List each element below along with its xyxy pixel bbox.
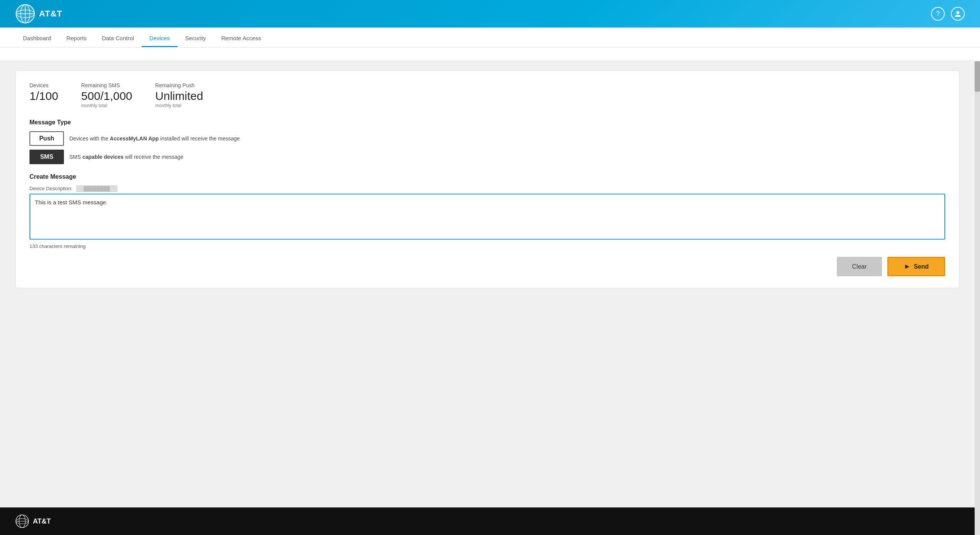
main-card: Devices 1/100 Remaining SMS 500/1,000 mo… (15, 70, 959, 288)
send-label: Send (914, 263, 929, 270)
clear-button[interactable]: Clear (837, 257, 882, 276)
stat-push-sub: monthly total (155, 103, 203, 108)
svg-point-6 (956, 11, 959, 14)
footer-logo: AT&T (15, 514, 51, 528)
device-description-label: Device Description: ████████ (29, 186, 945, 191)
push-option: Push Devices with the AccessMyLAN App in… (29, 131, 945, 146)
push-button[interactable]: Push (29, 131, 64, 146)
stat-push-value: Unlimited (155, 89, 203, 103)
user-icon (954, 10, 962, 18)
push-description: Devices with the AccessMyLAN App install… (69, 135, 240, 142)
create-message-title: Create Message (29, 173, 945, 180)
main-content: Devices 1/100 Remaining SMS 500/1,000 mo… (0, 61, 975, 507)
user-button[interactable] (951, 7, 965, 21)
action-row: Clear ► Send (29, 257, 945, 276)
stat-sms-sub: monthly total (81, 103, 132, 108)
stat-sms: Remaining SMS 500/1,000 monthly total (81, 82, 132, 108)
stat-devices-label: Devices (29, 82, 58, 88)
sms-option: SMS SMS capable devices will receive the… (29, 150, 945, 164)
navigation: Dashboard Reports Data Control Devices S… (0, 28, 980, 47)
nav-item-remote-access[interactable]: Remote Access (214, 30, 269, 47)
sms-description: SMS capable devices will receive the mes… (69, 154, 183, 160)
stat-sms-value: 500/1,000 (81, 89, 132, 103)
stat-devices: Devices 1/100 (29, 82, 58, 108)
message-textarea[interactable] (29, 194, 945, 240)
logo-area: AT&T (15, 4, 62, 24)
stat-devices-value: 1/100 (29, 89, 58, 103)
nav-item-dashboard[interactable]: Dashboard (15, 30, 59, 47)
nav-item-devices[interactable]: Devices (142, 30, 177, 47)
scrollbar-thumb[interactable] (975, 61, 980, 92)
subnav-bar (0, 47, 980, 61)
nav-item-security[interactable]: Security (178, 30, 214, 47)
att-globe-icon (15, 4, 35, 24)
field-label-text: Device Description: (29, 186, 72, 191)
create-message-section: Create Message Device Description: █████… (29, 173, 945, 249)
header: AT&T ? (0, 0, 980, 28)
stat-push-label: Remaining Push (155, 82, 203, 88)
char-remaining: 133 characters remaining (29, 243, 945, 249)
message-type-title: Message Type (29, 119, 945, 126)
sms-button[interactable]: SMS (29, 150, 64, 164)
field-value-placeholder: ████████ (76, 185, 118, 192)
send-arrow-icon: ► (904, 263, 911, 271)
push-app-name: AccessMyLAN App (110, 135, 159, 142)
sms-capable-text: capable devices (82, 154, 123, 160)
brand-name: AT&T (39, 9, 62, 19)
message-type-options: Push Devices with the AccessMyLAN App in… (29, 131, 945, 164)
nav-item-reports[interactable]: Reports (59, 30, 94, 47)
scrollbar-track[interactable] (975, 61, 980, 535)
send-button[interactable]: ► Send (887, 257, 945, 276)
nav-item-data-control[interactable]: Data Control (94, 30, 142, 47)
stat-push: Remaining Push Unlimited monthly total (155, 82, 203, 108)
footer: AT&T (0, 507, 975, 535)
footer-globe-icon (15, 514, 29, 528)
stats-row: Devices 1/100 Remaining SMS 500/1,000 mo… (29, 82, 945, 108)
footer-brand: AT&T (33, 517, 51, 525)
header-actions: ? (931, 7, 965, 21)
stat-sms-label: Remaining SMS (81, 82, 132, 88)
help-button[interactable]: ? (931, 7, 945, 21)
